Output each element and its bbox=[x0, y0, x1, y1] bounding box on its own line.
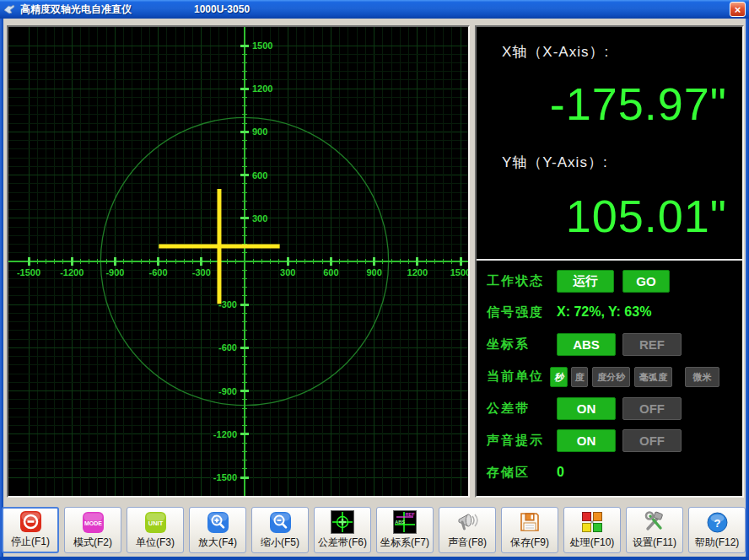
svg-text:-300: -300 bbox=[192, 267, 211, 277]
app-window: 高精度双轴光电自准直仪 1000U-3050 × -1500-1200-900-… bbox=[0, 0, 749, 560]
process-icon bbox=[580, 509, 604, 536]
toolbar-button-label: 设置(F11) bbox=[633, 536, 676, 550]
app-icon bbox=[3, 3, 16, 16]
y-axis-label: Y轴（Y-Axis）: bbox=[502, 153, 608, 172]
sound-prompt-option-2[interactable]: OFF bbox=[622, 429, 682, 452]
close-button[interactable]: × bbox=[730, 2, 746, 17]
svg-text:-600: -600 bbox=[149, 267, 168, 277]
toolbar-button-label: 公差带(F6) bbox=[318, 536, 367, 550]
toolbar-button-label: 模式(F2) bbox=[73, 536, 112, 550]
window-frame-right bbox=[746, 19, 749, 560]
svg-text:?: ? bbox=[714, 516, 720, 529]
status-row-signal-strength: 信号强度X: 72%, Y: 63% bbox=[477, 301, 742, 325]
help-icon: ? bbox=[706, 509, 729, 536]
unit-icon: UNIT bbox=[144, 509, 167, 536]
svg-text:ABS: ABS bbox=[395, 520, 405, 525]
stop-icon bbox=[19, 509, 42, 535]
status-row-tolerance-band: 公差带ONOFF bbox=[477, 397, 742, 421]
status-row-work-status: 工作状态运行GO bbox=[477, 270, 742, 293]
current-unit-option-5[interactable]: 微米 bbox=[685, 367, 719, 387]
toolbar-button-label: 声音(F8) bbox=[448, 536, 487, 550]
svg-text:600: 600 bbox=[252, 170, 267, 180]
toolbar-button-label: 缩小(F5) bbox=[261, 536, 299, 550]
window-frame-left bbox=[0, 19, 3, 560]
coordinate-icon: REFABS bbox=[393, 509, 417, 536]
status-row-storage-area: 存储区0 bbox=[477, 461, 742, 485]
title-bar[interactable]: 高精度双轴光电自准直仪 1000U-3050 × bbox=[0, 0, 749, 19]
tolerance-band-option-1[interactable]: ON bbox=[557, 397, 616, 420]
window-frame-bottom bbox=[0, 557, 749, 560]
window-model: 1000U-3050 bbox=[194, 3, 250, 15]
current-unit-option-1[interactable]: 秒 bbox=[550, 367, 568, 387]
storage-area-value: 0 bbox=[557, 465, 564, 480]
plot-area: -1500-1200-900-600-300300600900120015001… bbox=[7, 25, 470, 498]
sound-icon bbox=[455, 509, 479, 536]
function-key-toolbar: 停止(F1)MODE模式(F2)UNIT单位(F3)放大(F4)缩小(F5)公差… bbox=[0, 504, 749, 557]
current-unit-option-2[interactable]: 度 bbox=[571, 367, 588, 387]
status-row-coordinate-system: 坐标系ABSREF bbox=[477, 333, 742, 357]
window-title: 高精度双轴光电自准直仪 bbox=[20, 3, 132, 17]
coordinate-system-label: 坐标系 bbox=[487, 337, 530, 353]
save-icon bbox=[518, 509, 542, 536]
tolerance-icon bbox=[331, 509, 354, 536]
work-status-option-2[interactable]: GO bbox=[622, 270, 670, 293]
tolerance-band-option-2[interactable]: OFF bbox=[622, 397, 682, 420]
sound-prompt-option-1[interactable]: ON bbox=[557, 429, 616, 452]
x-axis-value: -175.97" bbox=[550, 81, 727, 127]
svg-text:1500: 1500 bbox=[450, 267, 468, 277]
toolbar-button-f10[interactable]: 处理(F10) bbox=[563, 507, 621, 553]
toolbar-button-f11[interactable]: 设置(F11) bbox=[626, 507, 683, 553]
svg-text:-1200: -1200 bbox=[60, 267, 84, 277]
svg-text:1200: 1200 bbox=[407, 267, 428, 277]
coordinate-system-option-1[interactable]: ABS bbox=[557, 333, 616, 356]
svg-text:-600: -600 bbox=[218, 342, 237, 353]
coordinate-system-option-2[interactable]: REF bbox=[622, 333, 682, 356]
toolbar-button-f3[interactable]: UNIT单位(F3) bbox=[127, 507, 184, 553]
toolbar-button-f12[interactable]: ?帮助(F12) bbox=[688, 507, 746, 553]
svg-text:-1200: -1200 bbox=[213, 429, 237, 439]
svg-text:1500: 1500 bbox=[252, 40, 272, 51]
svg-text:1200: 1200 bbox=[252, 83, 272, 94]
svg-text:-900: -900 bbox=[105, 267, 124, 277]
toolbar-button-f8[interactable]: 声音(F8) bbox=[439, 507, 496, 553]
toolbar-button-label: 停止(F1) bbox=[11, 535, 50, 549]
mode-icon: MODE bbox=[82, 509, 105, 536]
measurement-plot: -1500-1200-900-600-300300600900120015001… bbox=[8, 27, 468, 496]
work-status-option-1[interactable]: 运行 bbox=[557, 270, 614, 293]
svg-text:300: 300 bbox=[252, 213, 267, 223]
toolbar-button-label: 单位(F3) bbox=[136, 536, 175, 550]
storage-area-label: 存储区 bbox=[487, 465, 530, 481]
svg-text:900: 900 bbox=[366, 267, 381, 277]
current-unit-option-3[interactable]: 度分秒 bbox=[592, 367, 630, 387]
toolbar-button-f4[interactable]: 放大(F4) bbox=[189, 507, 246, 553]
status-row-current-unit: 当前单位秒度度分秒毫弧度微米 bbox=[477, 365, 742, 389]
readout-panel: X轴（X-Axis）: -175.97" Y轴（Y-Axis）: 105.01"… bbox=[475, 25, 744, 498]
toolbar-button-f6[interactable]: 公差带(F6) bbox=[314, 507, 371, 553]
readout-divider bbox=[477, 259, 742, 261]
sound-prompt-label: 声音提示 bbox=[487, 433, 544, 449]
signal-strength-value: X: 72%, Y: 63% bbox=[557, 304, 651, 320]
toolbar-button-label: 坐标系(F7) bbox=[380, 536, 429, 550]
svg-text:300: 300 bbox=[280, 267, 295, 277]
toolbar-button-f9[interactable]: 保存(F9) bbox=[501, 507, 558, 553]
x-axis-label: X轴（X-Axis）: bbox=[502, 42, 609, 62]
svg-text:-900: -900 bbox=[218, 386, 237, 396]
svg-text:MODE: MODE bbox=[84, 520, 102, 526]
zoom-in-icon bbox=[207, 509, 229, 536]
toolbar-button-f7[interactable]: REFABS坐标系(F7) bbox=[376, 507, 434, 553]
svg-text:-1500: -1500 bbox=[213, 472, 237, 482]
svg-text:UNIT: UNIT bbox=[148, 520, 163, 527]
work-status-label: 工作状态 bbox=[487, 273, 544, 289]
svg-text:REF: REF bbox=[406, 512, 416, 517]
current-unit-option-4[interactable]: 毫弧度 bbox=[634, 367, 672, 387]
tolerance-band-label: 公差带 bbox=[487, 401, 530, 417]
toolbar-button-label: 保存(F9) bbox=[510, 536, 549, 550]
signal-strength-label: 信号强度 bbox=[487, 304, 544, 320]
toolbar-button-label: 处理(F10) bbox=[570, 536, 615, 550]
toolbar-button-f1[interactable]: 停止(F1) bbox=[2, 507, 59, 553]
svg-text:900: 900 bbox=[252, 127, 267, 137]
toolbar-button-f2[interactable]: MODE模式(F2) bbox=[64, 507, 121, 553]
toolbar-button-f5[interactable]: 缩小(F5) bbox=[251, 507, 309, 553]
toolbar-button-label: 帮助(F12) bbox=[695, 536, 740, 550]
svg-text:-1500: -1500 bbox=[17, 267, 40, 277]
